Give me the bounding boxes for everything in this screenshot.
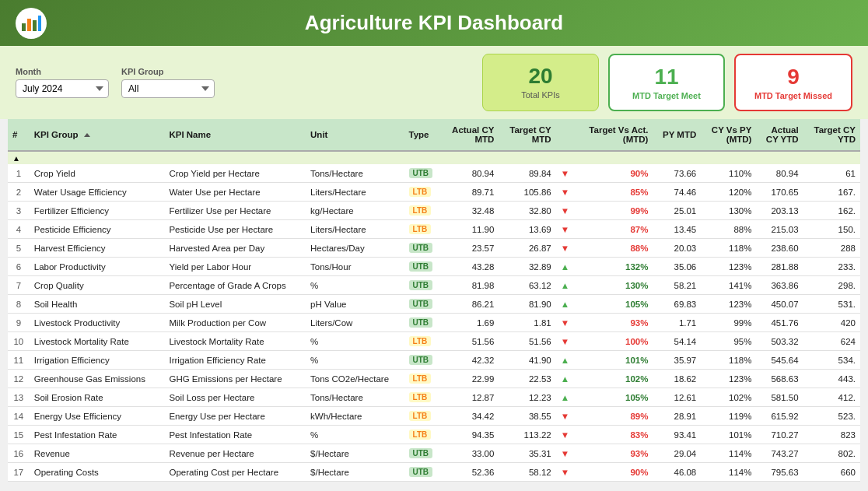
cell-cy-vs-py: 123% [701, 295, 756, 314]
cell-kpi-group: Revenue [30, 444, 165, 463]
type-badge: UTB [409, 280, 433, 290]
table-row: 13 Soil Erosion Rate Soil Loss per Hecta… [8, 388, 860, 407]
table-row: 12 Greenhouse Gas Emissions GHG Emission… [8, 370, 860, 388]
cell-py-mtd: 29.04 [653, 444, 701, 463]
cell-cy-vs-py: 99% [701, 314, 756, 332]
cell-actual-cy-ytd: 545.64 [756, 351, 803, 370]
type-badge: UTB [409, 355, 433, 365]
cell-type: UTB [404, 351, 442, 370]
cell-num: 17 [8, 463, 30, 482]
cell-kpi-group: Soil Health [30, 295, 165, 314]
cell-target-vs-act: 100% [576, 332, 653, 351]
cell-actual-cy-ytd: 568.63 [756, 370, 803, 388]
sort-row: ▲ [8, 151, 860, 164]
cell-py-mtd: 35.06 [653, 258, 701, 276]
col-target-cy-ytd[interactable]: Target CYYTD [803, 119, 860, 151]
cell-cy-vs-py: 101% [701, 426, 756, 444]
svg-rect-1 [27, 19, 31, 31]
cell-kpi-group: Water Usage Efficiency [30, 183, 165, 202]
type-badge: UTB [409, 168, 433, 178]
cell-num: 8 [8, 295, 30, 314]
kpi-group-select[interactable]: All [121, 79, 215, 98]
cell-target-vs-act: 102% [576, 370, 653, 388]
type-badge: LTB [409, 411, 432, 421]
cell-target-vs-act: 105% [576, 388, 653, 407]
cell-kpi-name: Revenue per Hectare [164, 444, 306, 463]
trend-arrow-down: ▼ [561, 430, 569, 440]
cell-actual-cy-mtd: 22.99 [441, 370, 499, 388]
type-badge: UTB [409, 317, 433, 328]
col-unit[interactable]: Unit [306, 119, 404, 151]
col-type[interactable]: Type [404, 119, 442, 151]
meet-card: 11 MTD Target Meet [608, 54, 725, 111]
cell-num: 12 [8, 370, 30, 388]
cell-target-cy-ytd: 624 [803, 332, 860, 351]
cell-kpi-name: Milk Production per Cow [164, 314, 306, 332]
type-badge: LTB [409, 392, 432, 402]
table-row: 1 Crop Yield Crop Yield per Hectare Tons… [8, 164, 860, 183]
cell-target-cy-ytd: 823 [803, 426, 860, 444]
cell-type: UTB [404, 463, 442, 482]
cell-py-mtd: 12.61 [653, 388, 701, 407]
cell-type: UTB [404, 314, 442, 332]
trend-arrow-down: ▼ [561, 412, 569, 421]
col-kpi-name[interactable]: KPI Name [164, 119, 306, 151]
table-row: 16 Revenue Revenue per Hectare $/Hectare… [8, 444, 860, 463]
cell-target-cy-mtd: 22.53 [499, 370, 555, 388]
trend-arrow-down: ▼ [561, 468, 569, 477]
col-actual-cy-mtd[interactable]: Actual CYMTD [441, 119, 499, 151]
cell-arrow: ▼ [556, 463, 576, 482]
svg-rect-3 [38, 16, 41, 31]
cell-cy-vs-py: 110% [701, 164, 756, 183]
cell-py-mtd: 35.97 [653, 351, 701, 370]
cell-py-mtd: 69.83 [653, 295, 701, 314]
cell-num: 4 [8, 220, 30, 239]
cell-num: 11 [8, 351, 30, 370]
cell-arrow: ▲ [556, 258, 576, 276]
cell-type: LTB [404, 220, 442, 239]
sort-indicator-up: ▲ [12, 154, 20, 163]
cell-type: UTB [404, 444, 442, 463]
cell-py-mtd: 20.03 [653, 239, 701, 258]
cell-target-vs-act: 93% [576, 314, 653, 332]
cell-target-cy-ytd: 150. [803, 220, 860, 239]
cell-unit: Liters/Hectare [306, 183, 404, 202]
missed-number: 9 [754, 65, 832, 89]
cell-unit: kWh/Hectare [306, 407, 404, 426]
cell-unit: Liters/Hectare [306, 220, 404, 239]
col-cy-vs-py[interactable]: CY Vs PY(MTD) [701, 119, 756, 151]
col-target-vs-act[interactable]: Target Vs Act.(MTD) [576, 119, 653, 151]
col-target-cy-mtd[interactable]: Target CYMTD [499, 119, 555, 151]
cell-kpi-name: Yield per Labor Hour [164, 258, 306, 276]
total-kpis-card: 20 Total KPIs [482, 54, 599, 111]
type-badge: UTB [409, 261, 433, 272]
cell-target-cy-ytd: 167. [803, 183, 860, 202]
month-select[interactable]: July 2024 [16, 79, 109, 98]
cell-arrow: ▼ [556, 426, 576, 444]
type-badge: LTB [409, 336, 432, 346]
col-num[interactable]: # [8, 119, 30, 151]
col-kpi-group[interactable]: KPI Group [30, 119, 165, 151]
cell-actual-cy-mtd: 94.35 [441, 426, 499, 444]
svg-rect-2 [33, 20, 37, 31]
cell-actual-cy-mtd: 33.00 [441, 444, 499, 463]
cell-target-cy-mtd: 113.22 [499, 426, 555, 444]
cell-cy-vs-py: 123% [701, 370, 756, 388]
cell-arrow: ▲ [556, 276, 576, 295]
trend-arrow-up: ▲ [561, 281, 569, 290]
cell-actual-cy-ytd: 615.92 [756, 407, 803, 426]
total-kpis-label: Total KPIs [502, 90, 579, 100]
col-py-mtd[interactable]: PY MTD [653, 119, 701, 151]
cell-py-mtd: 28.91 [653, 407, 701, 426]
cell-cy-vs-py: 118% [701, 239, 756, 258]
col-actual-cy-ytd[interactable]: ActualCY YTD [756, 119, 803, 151]
cell-num: 5 [8, 239, 30, 258]
cell-actual-cy-mtd: 23.57 [441, 239, 499, 258]
cell-actual-cy-ytd: 450.07 [756, 295, 803, 314]
cell-kpi-group: Labor Productivity [30, 258, 165, 276]
type-badge: LTB [409, 224, 432, 234]
cell-py-mtd: 18.62 [653, 370, 701, 388]
cell-actual-cy-mtd: 34.42 [441, 407, 499, 426]
cell-target-cy-mtd: 12.23 [499, 388, 555, 407]
cell-kpi-group: Irrigation Efficiency [30, 351, 165, 370]
